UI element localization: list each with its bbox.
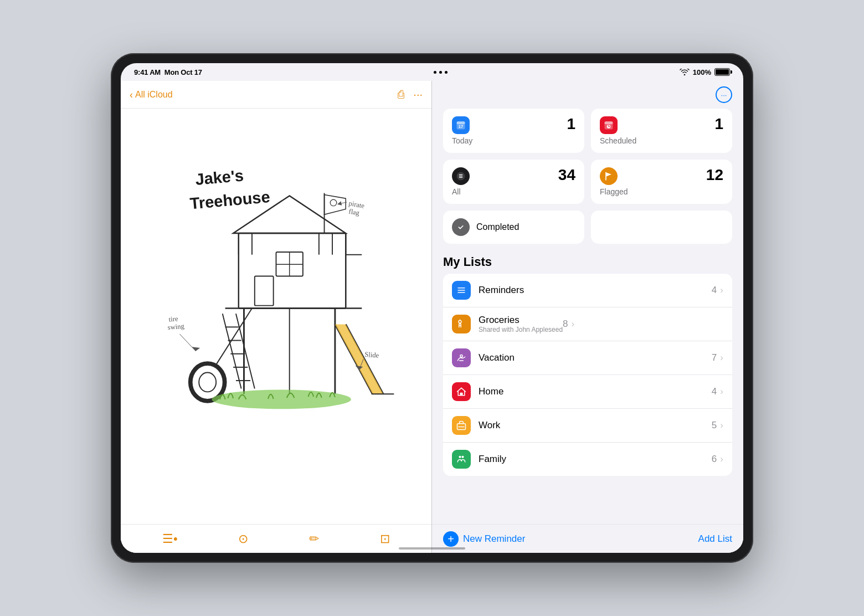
smart-card-scheduled[interactable]: 1 Scheduled xyxy=(591,109,732,153)
smart-card-today[interactable]: 17 1 Today xyxy=(443,109,584,153)
ipad-device: 9:41 AM Mon Oct 17 100% xyxy=(111,53,753,563)
compose-icon[interactable]: ⊡ xyxy=(380,532,390,546)
reminders-pane: ··· 17 xyxy=(432,81,743,553)
groceries-subtitle: Shared with John Appleseed xyxy=(479,326,563,333)
svg-rect-54 xyxy=(459,177,463,178)
family-chevron-icon: › xyxy=(720,454,723,465)
pen-icon[interactable]: ✏ xyxy=(309,532,319,546)
lists-container: Reminders 4 › xyxy=(443,274,732,476)
groceries-chevron-icon: › xyxy=(572,319,575,330)
work-list-name: Work xyxy=(479,420,712,431)
work-list-count: 5 xyxy=(712,420,717,431)
svg-point-59 xyxy=(459,320,461,323)
reminders-bottom-bar: + New Reminder Add List xyxy=(432,524,743,553)
all-icon xyxy=(452,167,470,185)
svg-rect-49 xyxy=(605,121,613,124)
back-button[interactable]: ‹ All iCloud xyxy=(130,90,173,100)
status-time: 9:41 AM Mon Oct 17 xyxy=(134,68,202,76)
list-item-groceries[interactable]: Groceries Shared with John Appleseed 8 › xyxy=(443,307,732,341)
vacation-list-icon xyxy=(452,348,471,367)
add-list-button[interactable]: Add List xyxy=(698,533,732,545)
scheduled-label: Scheduled xyxy=(600,136,723,145)
completed-card[interactable]: Completed xyxy=(443,211,584,244)
reminders-toolbar: ··· xyxy=(432,81,743,109)
svg-rect-62 xyxy=(460,393,463,396)
scheduled-icon xyxy=(600,116,618,134)
new-reminder-button[interactable]: + New Reminder xyxy=(443,531,525,547)
drawing-canvas: Jake's Treehouse xyxy=(121,109,431,524)
groceries-name-group: Groceries Shared with John Appleseed xyxy=(479,315,563,333)
vacation-list-name: Vacation xyxy=(479,352,712,363)
work-list-icon xyxy=(452,416,471,435)
vacation-list-count: 7 xyxy=(712,352,717,363)
completed-check-icon xyxy=(452,218,470,236)
dot-3 xyxy=(445,71,448,74)
reminders-list-name: Reminders xyxy=(479,285,712,296)
svg-text:swing: swing xyxy=(167,322,185,332)
groceries-list-icon xyxy=(452,315,471,333)
status-right: 100% xyxy=(680,68,730,76)
list-item-vacation[interactable]: Vacation 7 › xyxy=(443,341,732,375)
scheduled-count: 1 xyxy=(714,116,723,132)
svg-point-66 xyxy=(461,456,464,458)
list-item-family[interactable]: Family 6 › xyxy=(443,443,732,476)
list-item-reminders[interactable]: Reminders 4 › xyxy=(443,274,732,307)
list-item-work[interactable]: Work 5 › xyxy=(443,409,732,443)
checklist-icon[interactable]: ☰• xyxy=(162,532,178,546)
completed-label: Completed xyxy=(476,222,519,232)
home-list-count: 4 xyxy=(712,386,717,397)
today-icon: 17 xyxy=(452,116,470,134)
work-chevron-icon: › xyxy=(720,420,723,431)
battery-percent: 100% xyxy=(693,68,711,76)
back-chevron-icon: ‹ xyxy=(130,90,133,100)
battery-icon xyxy=(714,68,730,76)
status-center-dots xyxy=(434,71,448,74)
split-view: ‹ All iCloud ⎙ ··· Jake's Tr xyxy=(121,81,743,553)
battery-fill xyxy=(716,69,729,75)
svg-text:17: 17 xyxy=(459,124,463,129)
all-label: All xyxy=(452,187,575,196)
smart-card-all[interactable]: 34 All xyxy=(443,160,584,204)
dot-2 xyxy=(439,71,442,74)
notes-bottom-toolbar: ☰• ⊙ ✏ ⊡ xyxy=(121,524,431,553)
reminders-chevron-icon: › xyxy=(720,285,723,296)
more-dots-icon: ··· xyxy=(721,91,727,99)
vacation-chevron-icon: › xyxy=(720,352,723,363)
reminders-more-button[interactable]: ··· xyxy=(716,86,732,103)
svg-rect-56 xyxy=(457,288,465,289)
home-list-name: Home xyxy=(479,386,712,397)
list-item-home[interactable]: Home 4 › xyxy=(443,375,732,409)
home-list-icon xyxy=(452,382,471,401)
back-label: All iCloud xyxy=(135,90,173,100)
svg-point-30 xyxy=(199,373,216,392)
family-list-count: 6 xyxy=(712,454,717,465)
svg-rect-64 xyxy=(458,427,465,428)
svg-text:tire: tire xyxy=(168,315,178,323)
home-indicator xyxy=(399,547,465,550)
reminders-list-count: 4 xyxy=(712,285,717,296)
svg-rect-57 xyxy=(457,290,465,291)
ipad-screen: 9:41 AM Mon Oct 17 100% xyxy=(121,63,743,553)
wifi-icon xyxy=(680,69,690,75)
svg-rect-53 xyxy=(459,176,463,176)
notes-toolbar-right: ⎙ ··· xyxy=(398,88,423,101)
camera-icon[interactable]: ⊙ xyxy=(238,532,248,546)
plus-circle-icon: + xyxy=(443,531,459,547)
flagged-label: Flagged xyxy=(600,187,723,196)
smart-lists-grid: 17 1 Today xyxy=(432,109,743,211)
svg-point-61 xyxy=(460,355,462,357)
family-list-name: Family xyxy=(479,454,712,465)
today-label: Today xyxy=(452,136,575,145)
smart-card-flagged[interactable]: 12 Flagged xyxy=(591,160,732,204)
svg-point-36 xyxy=(212,390,351,409)
notes-pane: ‹ All iCloud ⎙ ··· Jake's Tr xyxy=(121,81,432,553)
groceries-list-count: 8 xyxy=(563,319,568,330)
svg-text:Slide: Slide xyxy=(364,351,379,360)
notes-toolbar: ‹ All iCloud ⎙ ··· xyxy=(121,81,431,109)
groceries-list-name: Groceries xyxy=(479,315,563,326)
more-options-icon[interactable]: ··· xyxy=(413,88,423,101)
home-chevron-icon: › xyxy=(720,386,723,397)
reminders-list-icon xyxy=(452,281,471,300)
share-icon[interactable]: ⎙ xyxy=(398,88,404,101)
my-lists-title: My Lists xyxy=(432,246,743,274)
